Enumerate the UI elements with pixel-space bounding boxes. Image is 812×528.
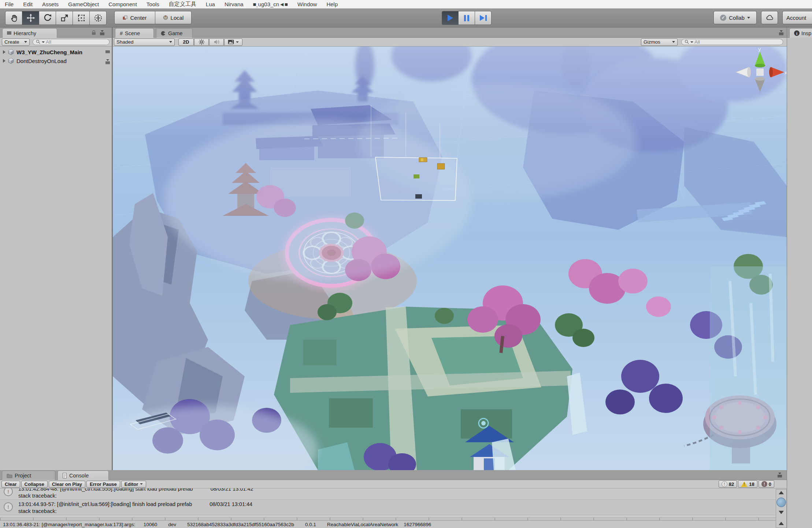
scale-tool-button[interactable] bbox=[56, 11, 73, 25]
hierarchy-item-w3-yw-zhucheng-main[interactable]: W3_YW_ZhuCheng_Main bbox=[0, 48, 112, 56]
search-icon bbox=[685, 40, 689, 44]
console-vertical-scrollbar[interactable] bbox=[776, 489, 787, 528]
2d-toggle-button[interactable]: 2D bbox=[178, 38, 194, 46]
menu-help[interactable]: Help bbox=[322, 0, 342, 8]
menu-tools[interactable]: Tools bbox=[142, 0, 164, 8]
image-icon bbox=[228, 40, 234, 44]
move-tool-button[interactable] bbox=[22, 11, 39, 25]
account-button[interactable]: Account bbox=[782, 11, 812, 24]
hierarchy-search-input[interactable]: All bbox=[33, 39, 110, 45]
foldout-arrow-icon[interactable] bbox=[3, 59, 5, 63]
menu-file[interactable]: File bbox=[0, 0, 18, 8]
row-menu-icon bbox=[105, 59, 110, 64]
scroll-up-icon[interactable] bbox=[779, 491, 784, 494]
step-button[interactable] bbox=[475, 11, 492, 25]
gizmos-dropdown[interactable]: Gizmos bbox=[641, 38, 678, 46]
hierarchy-item-dontdestroyonload[interactable]: DontDestroyOnLoad bbox=[0, 56, 112, 65]
pivot-center-button[interactable]: Center bbox=[114, 11, 155, 24]
hand-tool-button[interactable] bbox=[5, 11, 22, 25]
tab-inspector[interactable]: i Insp bbox=[789, 28, 812, 38]
hierarchy-tabstrip: Hierarchy bbox=[0, 27, 112, 38]
effects-toggle-button[interactable] bbox=[224, 38, 242, 46]
error-icon: ! bbox=[761, 481, 767, 487]
inspector-panel: i Insp bbox=[787, 27, 812, 528]
console-tabstrip: Project Console bbox=[0, 470, 787, 480]
pause-button[interactable] bbox=[458, 11, 475, 25]
lighting-toggle-button[interactable] bbox=[194, 38, 209, 46]
tab-project[interactable]: Project bbox=[2, 470, 55, 480]
folder-icon bbox=[7, 473, 12, 478]
scroll-down-icon[interactable] bbox=[779, 511, 784, 514]
scene-viewport[interactable]: y x bbox=[113, 47, 787, 470]
menu-window[interactable]: Window bbox=[293, 0, 322, 8]
console-panel-menu-icon[interactable] bbox=[777, 473, 782, 477]
rect-tool-button[interactable] bbox=[73, 11, 90, 25]
console-log-area: ! 13:01:42.864-48: [@init/init_ctrl.lua:… bbox=[0, 488, 776, 517]
chevron-down-icon bbox=[236, 41, 239, 43]
log-message: 13:01:44.93-57: [@init/init_ctrl.lua:569… bbox=[18, 501, 192, 507]
menu-custom-tools[interactable]: 自定义工具 bbox=[164, 0, 201, 8]
clear-on-play-button[interactable]: Clear on Play bbox=[49, 481, 85, 488]
tab-scene[interactable]: # Scene bbox=[115, 28, 154, 38]
step-icon bbox=[480, 15, 487, 21]
game-tab-label: Game bbox=[168, 30, 183, 36]
scene-search-input[interactable]: All bbox=[681, 39, 783, 45]
error-pause-button[interactable]: Error Pause bbox=[86, 481, 120, 488]
space-local-button[interactable]: Local bbox=[155, 11, 192, 24]
collapse-button[interactable]: Collapse bbox=[21, 481, 48, 488]
warning-count-toggle[interactable]: 18 bbox=[738, 480, 757, 488]
clear-button[interactable]: Clear bbox=[1, 481, 20, 488]
scroll-up-icon[interactable] bbox=[779, 522, 784, 525]
log-trace: stack traceback: bbox=[18, 508, 776, 515]
hierarchy-panel-menu-icon[interactable] bbox=[100, 30, 105, 35]
status-bar[interactable]: 13:01:36.483-21: [@manager/report_manage… bbox=[0, 520, 776, 528]
chevron-down-icon bbox=[747, 17, 750, 19]
log-count-toggle[interactable]: ! 82 bbox=[719, 480, 737, 488]
console-horizontal-scrollbar[interactable] bbox=[0, 517, 776, 520]
rotate-tool-button[interactable] bbox=[39, 11, 56, 25]
shading-mode-dropdown[interactable]: Shaded bbox=[114, 38, 175, 46]
menu-ug03-cn[interactable]: ■ˎug03_cn◄■ bbox=[248, 0, 293, 8]
tab-hierarchy[interactable]: Hierarchy bbox=[2, 28, 57, 38]
log-count: 82 bbox=[729, 481, 734, 487]
lock-icon[interactable] bbox=[91, 30, 97, 36]
scene-panel: # Scene Game Shaded 2D bbox=[113, 27, 787, 470]
tab-game[interactable]: Game bbox=[156, 28, 193, 38]
menu-nirvana[interactable]: Nirvana bbox=[220, 0, 248, 8]
create-button[interactable]: Create bbox=[2, 38, 30, 46]
console-entry[interactable]: ! 13:01:44.93-57: [@init/init_ctrl.lua:5… bbox=[0, 500, 776, 515]
hierarchy-item-label: W3_YW_ZhuCheng_Main bbox=[16, 49, 82, 55]
foldout-arrow-icon[interactable] bbox=[3, 50, 5, 54]
console-toolbar: Clear Collapse Clear on Play Error Pause… bbox=[0, 480, 787, 488]
menu-component[interactable]: Component bbox=[104, 0, 142, 8]
speaker-icon bbox=[214, 39, 220, 45]
row-menu-icon bbox=[105, 51, 110, 53]
audio-toggle-button[interactable] bbox=[209, 38, 224, 46]
menu-bar: File Edit Assets GameObject Component To… bbox=[0, 0, 812, 8]
create-label: Create bbox=[4, 39, 19, 45]
search-filter-caret-icon bbox=[42, 41, 45, 43]
menu-gameobject[interactable]: GameObject bbox=[63, 0, 104, 8]
console-counts: ! 82 18 ! 0 bbox=[719, 480, 774, 488]
account-group: Account bbox=[782, 11, 812, 24]
console-entry[interactable]: ! 13:01:42.864-48: [@init/init_ctrl.lua:… bbox=[0, 488, 776, 500]
editor-dropdown-button[interactable]: Editor bbox=[121, 481, 147, 488]
account-label: Account bbox=[786, 15, 806, 21]
tab-console[interactable]: Console bbox=[58, 470, 109, 480]
search-icon bbox=[36, 40, 41, 44]
scene-panel-menu-icon[interactable] bbox=[779, 30, 784, 35]
collab-button[interactable]: ✓ Collab bbox=[713, 11, 757, 24]
menu-edit[interactable]: Edit bbox=[18, 0, 37, 8]
cloud-button[interactable] bbox=[761, 11, 778, 24]
console-tab-label: Console bbox=[69, 473, 89, 479]
chevron-down-icon bbox=[24, 41, 27, 43]
play-button[interactable] bbox=[442, 11, 459, 25]
list-icon bbox=[7, 32, 11, 35]
menu-assets[interactable]: Assets bbox=[37, 0, 63, 8]
error-count-toggle[interactable]: ! 0 bbox=[759, 480, 774, 488]
scrollbar-thumb[interactable] bbox=[776, 498, 786, 507]
pause-icon bbox=[464, 15, 469, 21]
hierarchy-item-label: DontDestroyOnLoad bbox=[16, 58, 67, 64]
menu-lua[interactable]: Lua bbox=[201, 0, 220, 8]
transform-tool-button[interactable] bbox=[89, 11, 107, 25]
